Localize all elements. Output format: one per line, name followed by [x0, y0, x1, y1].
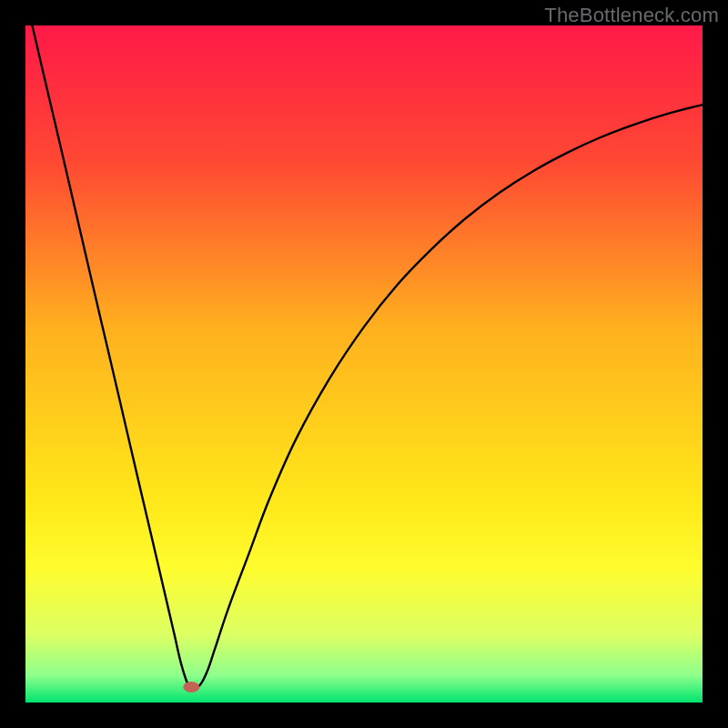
- chart-frame: TheBottleneck.com: [0, 0, 728, 728]
- chart-plot-area: [25, 25, 703, 703]
- chart-svg: [25, 25, 703, 703]
- minimum-marker: [183, 682, 199, 693]
- watermark-text: TheBottleneck.com: [544, 4, 719, 27]
- gradient-background: [25, 25, 703, 703]
